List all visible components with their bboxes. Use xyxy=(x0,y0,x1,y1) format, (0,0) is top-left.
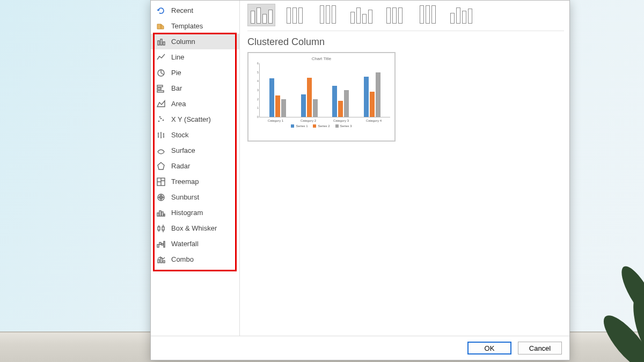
svg-rect-7 xyxy=(157,85,163,87)
legend-item: Series 2 xyxy=(313,124,330,128)
bar xyxy=(338,101,343,117)
sidebar-item-label: Waterfall xyxy=(171,240,199,248)
svg-rect-26 xyxy=(160,258,162,263)
cancel-button[interactable]: Cancel xyxy=(518,342,562,354)
y-tick: 4 xyxy=(254,79,259,83)
subtype-3-d-column[interactable] xyxy=(447,4,475,26)
surface-icon xyxy=(156,146,166,156)
svg-rect-9 xyxy=(157,91,164,92)
sidebar-item-label: Area xyxy=(171,100,186,108)
category-label: Category 3 xyxy=(333,119,349,122)
combo-icon xyxy=(156,255,166,264)
svg-rect-21 xyxy=(157,245,159,247)
sidebar-item-label: Stock xyxy=(171,131,189,139)
svg-rect-24 xyxy=(164,241,165,247)
svg-rect-22 xyxy=(159,242,161,245)
sidebar-item-box-whisker[interactable]: Box & Whisker xyxy=(151,220,239,236)
legend-item: Series 1 xyxy=(291,124,308,128)
y-tick: 5 xyxy=(254,71,259,74)
sidebar-item-label: Surface xyxy=(171,146,195,154)
sidebar-item-x-y-scatter-[interactable]: X Y (Scatter) xyxy=(151,112,239,127)
templates-icon xyxy=(156,21,166,31)
treemap-icon xyxy=(156,177,166,187)
sidebar-item-sunburst[interactable]: Sunburst xyxy=(151,189,239,205)
bar xyxy=(269,78,274,117)
sidebar-item-column[interactable]: Column xyxy=(151,34,239,49)
sidebar-item-line[interactable]: Line xyxy=(151,49,239,65)
subtype-clustered-column[interactable] xyxy=(247,4,275,26)
bar xyxy=(307,78,312,117)
y-tick: 6 xyxy=(254,62,259,65)
svg-point-10 xyxy=(158,120,160,122)
svg-rect-3 xyxy=(158,41,159,45)
bar xyxy=(364,77,369,117)
preview-title: Clustered Column xyxy=(247,36,564,48)
sidebar-item-label: Templates xyxy=(171,22,203,30)
sidebar-item-label: Treemap xyxy=(171,178,199,186)
x-axis-labels: Category 1Category 2Category 3Category 4 xyxy=(259,117,390,122)
sidebar-item-area[interactable]: Area xyxy=(151,96,239,112)
sidebar-item-label: Pie xyxy=(171,69,181,77)
sidebar-item-label: Line xyxy=(171,53,185,61)
sidebar-item-surface[interactable]: Surface xyxy=(151,143,239,158)
sidebar-item-templates[interactable]: Templates xyxy=(151,18,239,34)
chart-preview[interactable]: Chart Title 0123456 Category 1Category 2… xyxy=(247,52,396,142)
sidebar-item-stock[interactable]: Stock xyxy=(151,127,239,143)
svg-rect-8 xyxy=(157,88,161,90)
sidebar-item-label: Sunburst xyxy=(171,193,199,201)
sidebar-item-label: Box & Whisker xyxy=(171,224,217,232)
dialog-body: RecentTemplatesColumnLinePieBarAreaX Y (… xyxy=(151,1,569,336)
insert-chart-dialog: RecentTemplatesColumnLinePieBarAreaX Y (… xyxy=(150,0,570,360)
svg-rect-19 xyxy=(162,212,163,216)
sidebar-item-treemap[interactable]: Treemap xyxy=(151,174,239,189)
waterfall-icon xyxy=(156,239,166,249)
svg-rect-23 xyxy=(162,243,163,245)
svg-point-0 xyxy=(616,262,644,322)
subtype-3-d-100-stacked-column[interactable] xyxy=(414,4,442,26)
sidebar-item-recent[interactable]: Recent xyxy=(151,3,239,18)
stock-icon xyxy=(156,130,166,140)
svg-rect-25 xyxy=(158,260,159,263)
chart-category-sidebar: RecentTemplatesColumnLinePieBarAreaX Y (… xyxy=(151,1,240,336)
subtype-3-d-stacked-column[interactable] xyxy=(380,4,408,26)
svg-rect-18 xyxy=(159,211,161,216)
svg-rect-4 xyxy=(160,39,162,45)
bar xyxy=(281,99,286,117)
recent-icon xyxy=(156,6,166,16)
sidebar-item-radar[interactable]: Radar xyxy=(151,158,239,174)
subtype-stacked-column[interactable] xyxy=(281,4,309,26)
sidebar-item-bar[interactable]: Bar xyxy=(151,80,239,96)
svg-rect-17 xyxy=(157,213,159,216)
sunburst-icon xyxy=(156,193,166,202)
subtype-100-stacked-column[interactable] xyxy=(314,4,342,26)
column-icon xyxy=(156,37,166,47)
bar-icon xyxy=(156,84,166,93)
legend-item: Series 3 xyxy=(335,124,352,128)
sidebar-item-waterfall[interactable]: Waterfall xyxy=(151,236,239,252)
sidebar-item-label: Histogram xyxy=(171,209,203,217)
chart-title: Chart Title xyxy=(253,56,390,61)
y-tick: 3 xyxy=(254,88,259,92)
sidebar-item-label: Combo xyxy=(171,255,194,263)
svg-rect-20 xyxy=(164,214,165,216)
radar-icon xyxy=(156,161,166,171)
sidebar-item-pie[interactable]: Pie xyxy=(151,65,239,80)
bar xyxy=(275,95,280,117)
ok-button[interactable]: OK xyxy=(467,342,511,354)
sidebar-item-label: Column xyxy=(171,38,195,46)
subtype-3-d-clustered-column[interactable] xyxy=(347,4,375,26)
bar xyxy=(370,92,375,117)
sidebar-item-histogram[interactable]: Histogram xyxy=(151,205,239,220)
chart-legend: Series 1Series 2Series 3 xyxy=(253,124,390,128)
svg-rect-5 xyxy=(163,42,165,45)
scatter-icon xyxy=(156,115,166,124)
area-icon xyxy=(156,99,166,109)
svg-rect-27 xyxy=(163,261,165,263)
category-label: Category 1 xyxy=(268,119,283,122)
sidebar-item-label: Bar xyxy=(171,84,182,92)
sidebar-item-label: Radar xyxy=(171,162,190,170)
y-tick: 1 xyxy=(254,106,259,109)
category-label: Category 4 xyxy=(366,119,382,122)
bar xyxy=(301,94,306,117)
sidebar-item-combo[interactable]: Combo xyxy=(151,252,239,267)
